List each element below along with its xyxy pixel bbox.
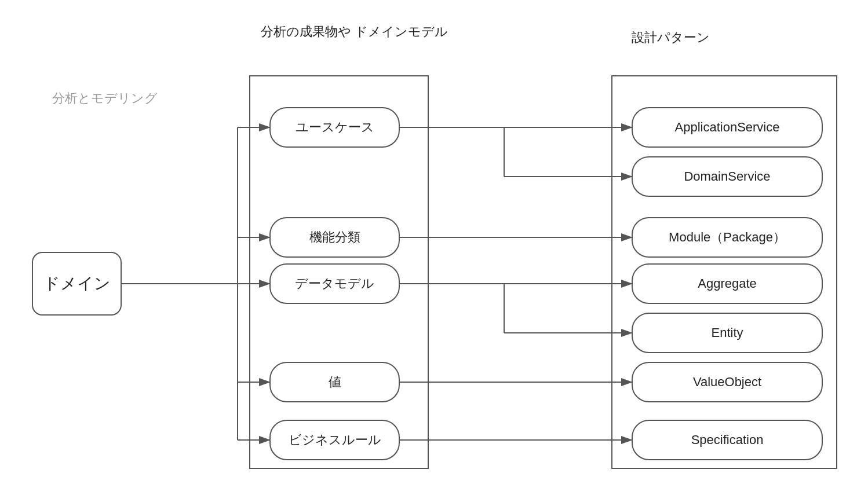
diagram: 分析とモデリング 分析の成果物や ドメインモデル 設計パターン ドメイン ユース… bbox=[0, 0, 868, 484]
domain-service-node: DomainService bbox=[632, 156, 823, 197]
entity-node: Entity bbox=[632, 313, 823, 353]
domain-node: ドメイン bbox=[32, 252, 122, 316]
design-patterns-label: 設計パターン bbox=[632, 29, 710, 46]
module-package-node: Module（Package） bbox=[632, 217, 823, 258]
application-service-node: ApplicationService bbox=[632, 107, 823, 148]
usecase-node: ユースケース bbox=[269, 107, 400, 148]
analysis-artifacts-label: 分析の成果物や ドメインモデル bbox=[261, 23, 448, 41]
value-object-node: ValueObject bbox=[632, 362, 823, 402]
analysis-modeling-label: 分析とモデリング bbox=[52, 90, 158, 107]
data-model-node: データモデル bbox=[269, 263, 400, 304]
functional-classification-node: 機能分類 bbox=[269, 217, 400, 258]
value-node: 値 bbox=[269, 362, 400, 402]
specification-node: Specification bbox=[632, 420, 823, 460]
aggregate-node: Aggregate bbox=[632, 263, 823, 304]
business-rule-node: ビジネスルール bbox=[269, 420, 400, 460]
